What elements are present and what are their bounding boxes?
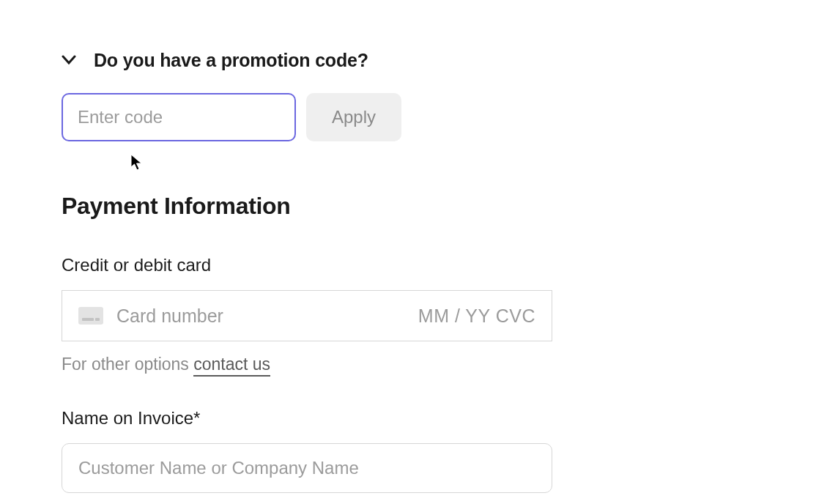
card-label: Credit or debit card	[62, 255, 816, 275]
card-number-input[interactable]	[116, 305, 405, 327]
card-input-group[interactable]: MM / YY CVC	[62, 290, 552, 341]
promotion-row: Apply	[62, 93, 816, 141]
promotion-header[interactable]: Do you have a promotion code?	[62, 50, 816, 71]
invoice-name-input[interactable]	[62, 443, 552, 493]
contact-us-link[interactable]: contact us	[193, 355, 270, 377]
invoice-name-label: Name on Invoice*	[62, 408, 816, 429]
promotion-question: Do you have a promotion code?	[94, 50, 368, 71]
apply-button[interactable]: Apply	[306, 93, 401, 141]
credit-card-icon	[78, 307, 103, 325]
chevron-down-icon	[62, 52, 76, 69]
other-options-prefix: For other options	[62, 355, 189, 374]
other-options-text: For other options contact us	[62, 355, 816, 374]
payment-information-title: Payment Information	[62, 193, 816, 220]
promotion-code-input[interactable]	[62, 93, 296, 141]
card-expiry-cvc-placeholder[interactable]: MM / YY CVC	[418, 305, 535, 327]
